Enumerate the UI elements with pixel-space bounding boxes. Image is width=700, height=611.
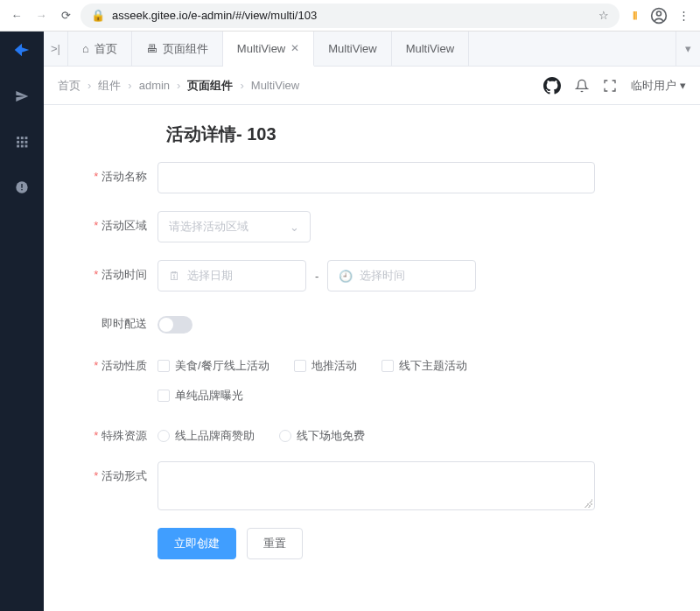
extension-icon[interactable]: ⦀ (625, 6, 644, 25)
back-button[interactable]: ← (7, 6, 26, 25)
resize-handle[interactable] (584, 499, 592, 508)
reset-button[interactable]: 重置 (247, 528, 303, 559)
crumb-item[interactable]: 组件 (98, 78, 121, 94)
date-placeholder: 选择日期 (187, 268, 233, 284)
nature-option[interactable]: 美食/餐厅线上活动 (158, 358, 270, 374)
tab-multiview-1[interactable]: MultiView ✕ (223, 32, 314, 67)
submit-button[interactable]: 立即创建 (158, 528, 236, 559)
browser-menu-icon[interactable]: ⋮ (674, 6, 693, 25)
tab-page-components[interactable]: 🖶 页面组件 (132, 32, 223, 67)
calendar-icon: 🗓︎ (169, 270, 180, 283)
nature-option[interactable]: 线下主题活动 (382, 358, 467, 374)
chevron-down-icon: ⌄ (290, 221, 299, 234)
tab-multiview-3[interactable]: MultiView (392, 32, 469, 67)
crumb-item[interactable]: 页面组件 (187, 78, 233, 94)
svg-rect-9 (21, 145, 24, 148)
tab-label: MultiView (328, 42, 376, 55)
svg-rect-4 (25, 137, 28, 139)
svg-rect-6 (21, 141, 24, 144)
reload-button[interactable]: ⟳ (56, 6, 75, 25)
svg-point-1 (657, 11, 662, 16)
name-input[interactable] (158, 162, 595, 193)
address-bar[interactable]: 🔒 asseek.gitee.io/e-admin/#/view/multi/1… (80, 4, 620, 28)
topbar: 首页› 组件› admin› 页面组件› MultiView 临时用户 ▾ (44, 67, 700, 105)
label-nature: 活动性质 (70, 351, 158, 374)
home-icon: ⌂ (82, 42, 89, 55)
crumb-item[interactable]: 首页 (58, 78, 80, 94)
crumb-item: MultiView (251, 79, 299, 92)
bookmark-star-icon[interactable]: ☆ (598, 9, 609, 22)
date-picker[interactable]: 🗓︎ 选择日期 (158, 260, 306, 291)
app-sidebar (0, 32, 44, 611)
notification-icon[interactable] (575, 79, 589, 93)
alert-icon[interactable] (9, 174, 35, 200)
close-icon[interactable]: ✕ (290, 42, 299, 54)
forward-button[interactable]: → (32, 6, 51, 25)
instant-switch[interactable] (158, 316, 192, 334)
svg-rect-7 (25, 141, 28, 144)
url-text: asseek.gitee.io/e-admin/#/view/multi/103 (112, 9, 317, 22)
tabs-collapse-icon[interactable]: >| (44, 32, 68, 67)
user-menu[interactable]: 临时用户 ▾ (631, 78, 686, 94)
range-separator: - (315, 270, 318, 283)
label-format: 活动形式 (70, 461, 158, 484)
nature-option[interactable]: 地推活动 (294, 358, 357, 374)
fullscreen-icon[interactable] (603, 79, 617, 93)
svg-rect-13 (21, 189, 22, 190)
tab-multiview-2[interactable]: MultiView (314, 32, 391, 67)
time-placeholder: 选择时间 (360, 268, 405, 284)
grid-icon[interactable] (9, 129, 35, 155)
printer-icon: 🖶 (146, 42, 158, 55)
clock-icon: 🕘 (339, 270, 353, 283)
lock-icon: 🔒 (91, 9, 105, 22)
tab-label: MultiView (237, 42, 285, 55)
label-name: 活动名称 (70, 162, 158, 185)
format-textarea[interactable] (158, 461, 595, 510)
github-link[interactable] (543, 77, 561, 95)
tab-label: 首页 (94, 41, 117, 57)
label-resource: 特殊资源 (70, 421, 158, 444)
svg-rect-2 (17, 137, 19, 139)
user-label: 临时用户 (631, 78, 676, 94)
svg-rect-5 (17, 141, 19, 144)
time-picker[interactable]: 🕘 选择时间 (327, 260, 476, 291)
tab-dropdown-icon[interactable]: ▾ (676, 32, 700, 67)
svg-rect-10 (25, 145, 28, 148)
label-time: 活动时间 (70, 260, 158, 283)
profile-icon[interactable] (649, 6, 668, 25)
tab-home[interactable]: ⌂ 首页 (68, 32, 132, 67)
svg-rect-3 (21, 137, 24, 139)
send-icon[interactable] (9, 83, 35, 109)
resource-option[interactable]: 线下场地免费 (279, 428, 365, 444)
breadcrumb: 首页› 组件› admin› 页面组件› MultiView (58, 78, 299, 94)
resource-option[interactable]: 线上品牌商赞助 (158, 428, 255, 444)
tab-label: 页面组件 (163, 41, 208, 57)
content-area: 活动详情- 103 活动名称 活动区域 请选择活动区域 ⌄ 活动时间 (44, 105, 700, 611)
app-logo[interactable] (12, 40, 32, 64)
chevron-down-icon: ▾ (680, 79, 686, 92)
svg-rect-12 (21, 184, 22, 188)
label-instant: 即时配送 (70, 309, 158, 332)
nature-option[interactable]: 单纯品牌曝光 (158, 388, 243, 404)
tab-bar: >| ⌂ 首页 🖶 页面组件 MultiView ✕ MultiView Mul… (44, 32, 700, 67)
label-region: 活动区域 (70, 211, 158, 234)
svg-rect-8 (17, 145, 19, 148)
tab-label: MultiView (406, 42, 454, 55)
browser-toolbar: ← → ⟳ 🔒 asseek.gitee.io/e-admin/#/view/m… (0, 0, 700, 32)
page-title: 活动详情- 103 (166, 123, 674, 146)
region-select[interactable]: 请选择活动区域 ⌄ (158, 211, 311, 242)
crumb-item[interactable]: admin (139, 79, 170, 92)
select-placeholder: 请选择活动区域 (169, 219, 248, 235)
